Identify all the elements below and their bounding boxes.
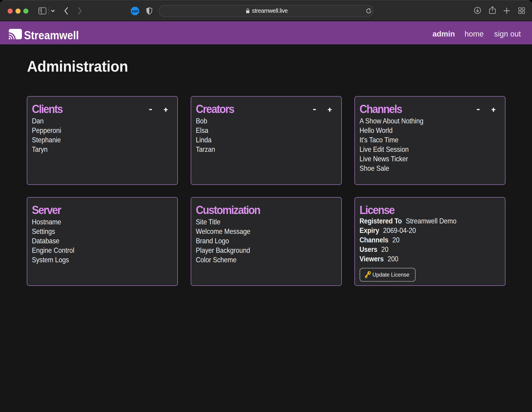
- svg-text:ABP: ABP: [132, 10, 139, 13]
